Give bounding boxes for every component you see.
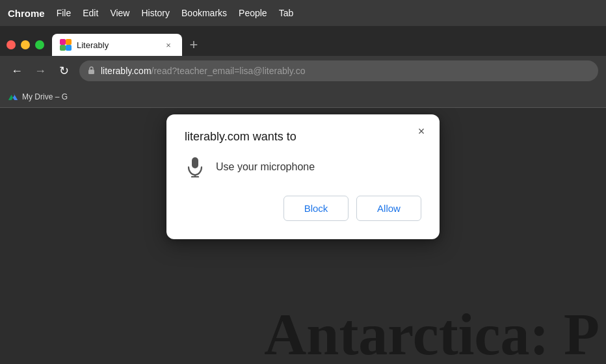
menu-item-view[interactable]: View — [110, 8, 129, 18]
url-path: /read?teacher_email=lisa@literably.co — [152, 66, 306, 76]
forward-button[interactable]: → — [31, 62, 49, 80]
permission-dialog: × literably.com wants to Use your microp… — [166, 114, 440, 239]
close-control[interactable] — [7, 40, 16, 49]
menu-item-people[interactable]: People — [239, 8, 267, 18]
back-button[interactable]: ← — [8, 62, 26, 80]
browser-window: Literably × + ← → ↻ literably.com/read?t… — [0, 26, 606, 364]
menu-item-file[interactable]: File — [57, 8, 72, 18]
tab-bar: Literably × + — [0, 26, 606, 56]
nav-buttons: ← → ↻ — [8, 62, 73, 80]
svg-rect-3 — [66, 45, 72, 51]
toolbar: ← → ↻ literably.com/read?teacher_email=l… — [0, 56, 606, 86]
dialog-permission-row: Use your microphone — [185, 157, 421, 177]
microphone-icon — [185, 157, 205, 177]
active-tab[interactable]: Literably × — [52, 34, 182, 56]
svg-rect-4 — [88, 70, 94, 74]
permission-text: Use your microphone — [216, 161, 315, 173]
maximize-control[interactable] — [35, 40, 44, 49]
minimize-control[interactable] — [21, 40, 30, 49]
url-bar[interactable]: literably.com/read?teacher_email=lisa@li… — [79, 60, 598, 81]
menu-bar: Chrome File Edit View History Bookmarks … — [0, 0, 606, 26]
refresh-button[interactable]: ↻ — [55, 62, 73, 80]
svg-rect-2 — [60, 45, 66, 51]
allow-button[interactable]: Allow — [356, 196, 421, 221]
svg-rect-1 — [66, 39, 72, 45]
menu-item-chrome[interactable]: Chrome — [8, 8, 45, 19]
tab-title: Literably — [77, 40, 157, 50]
new-tab-button[interactable]: + — [185, 38, 203, 56]
content-area: Antarctica: P × literably.com wants to — [0, 108, 606, 364]
tab-favicon — [60, 39, 72, 51]
menu-item-tab[interactable]: Tab — [279, 8, 294, 18]
dialog-title: literably.com wants to — [185, 130, 421, 144]
dialog-close-button[interactable]: × — [414, 124, 429, 139]
url-origin: literably.com — [101, 66, 152, 76]
menu-item-history[interactable]: History — [141, 8, 170, 18]
block-button[interactable]: Block — [283, 196, 349, 221]
svg-rect-0 — [60, 39, 66, 45]
tab-close-button[interactable]: × — [163, 39, 174, 51]
bookmarks-bar: My Drive – G — [0, 86, 606, 108]
bookmark-mydrive[interactable]: My Drive – G — [8, 92, 68, 102]
window-controls — [7, 40, 44, 56]
dialog-buttons: Block Allow — [185, 196, 421, 221]
security-lock-icon — [87, 66, 96, 77]
menu-item-bookmarks[interactable]: Bookmarks — [181, 8, 227, 18]
svg-rect-10 — [192, 157, 198, 168]
bookmark-mydrive-label: My Drive – G — [22, 92, 68, 101]
dialog-overlay: × literably.com wants to Use your microp… — [0, 108, 606, 364]
url-text: literably.com/read?teacher_email=lisa@li… — [101, 66, 305, 76]
menu-item-edit[interactable]: Edit — [83, 8, 98, 18]
